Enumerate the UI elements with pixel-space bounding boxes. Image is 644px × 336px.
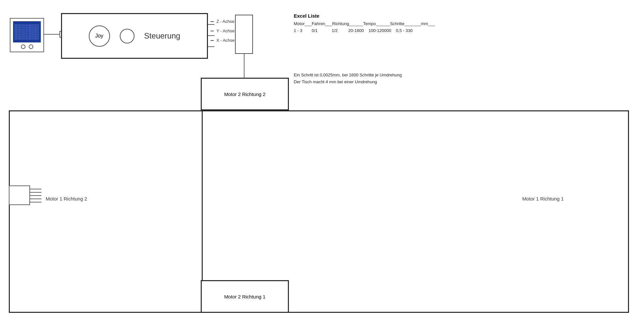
connector-line-1: [44, 34, 60, 35]
circle-plain: [120, 29, 134, 43]
canvas: ABCDEFGHIJKLMNOPQRST ABCDEFGHIJKLMNOPQRS…: [0, 0, 644, 336]
lcd-screen: ABCDEFGHIJKLMNOPQRST ABCDEFGHIJKLMNOPQRS…: [13, 21, 41, 42]
steuerung-box: Joy Steuerung: [61, 13, 208, 59]
left-motor-conn-1: [30, 189, 41, 189]
joy-circle: Joy: [89, 25, 110, 47]
motor2-richtung1-label: Motor 2 Richtung 1: [224, 294, 266, 299]
axis-line-x: [208, 46, 214, 47]
lcd-circle-1: [21, 44, 25, 49]
left-motor-conn-2: [30, 192, 41, 193]
vert-connector: [244, 54, 244, 78]
axis-labels: Z - Achse Y - Achse X - Achse: [211, 19, 235, 43]
y-dash: [211, 31, 214, 31]
z-dash: [211, 21, 214, 22]
excel-liste-title: Excel Liste: [294, 13, 477, 19]
left-motor-box: [9, 185, 30, 205]
lcd-box: ABCDEFGHIJKLMNOPQRST ABCDEFGHIJKLMNOPQRS…: [10, 18, 44, 52]
motor2-richtung2-box: Motor 2 Richtung 2: [201, 78, 289, 110]
motor-vertical-box: [235, 15, 253, 54]
joy-label: Joy: [95, 33, 103, 39]
axis-z: Z - Achse: [211, 19, 235, 24]
left-motor-conn-4: [30, 199, 41, 199]
left-motor-conn-5: [30, 202, 41, 202]
x-dash: [211, 40, 214, 41]
motor1-richtung2-label: Motor 1 Richtung 2: [46, 196, 87, 201]
left-motor-conn-3: [30, 195, 41, 196]
lcd-circle-2: [29, 44, 33, 49]
motor1-richtung1-label: Motor 1 Richtung 1: [522, 196, 564, 201]
excel-header-row: Motor___Fahren___Richtung______Tempo____…: [294, 21, 477, 26]
main-outer-box: [9, 110, 629, 313]
x-achse-label: X - Achse: [216, 38, 235, 43]
motor2-richtung1-box: Motor 2 Richtung 1: [201, 280, 289, 313]
axis-x: X - Achse: [211, 38, 235, 43]
excel-data-row: 1 - 3 0/1 1/2 20-1800 100-120000 0,5 - 3…: [294, 28, 477, 33]
lcd-circles: [21, 44, 33, 49]
note-line-1: Ein Schritt ist 0,0025mm, bei 1600 Schri…: [294, 72, 402, 79]
motor2-richtung2-label: Motor 2 Richtung 2: [224, 91, 266, 97]
note-box: Ein Schritt ist 0,0025mm, bei 1600 Schri…: [294, 72, 402, 86]
y-achse-label: Y - Achse: [216, 28, 234, 33]
axis-y: Y - Achse: [211, 28, 235, 33]
steuerung-label: Steuerung: [144, 31, 181, 40]
info-box: Excel Liste Motor___Fahren___Richtung___…: [294, 13, 477, 33]
note-line-2: Der Tisch macht 4 mm bei einer Umdrehung: [294, 79, 402, 86]
z-achse-label: Z - Achse: [216, 19, 234, 24]
